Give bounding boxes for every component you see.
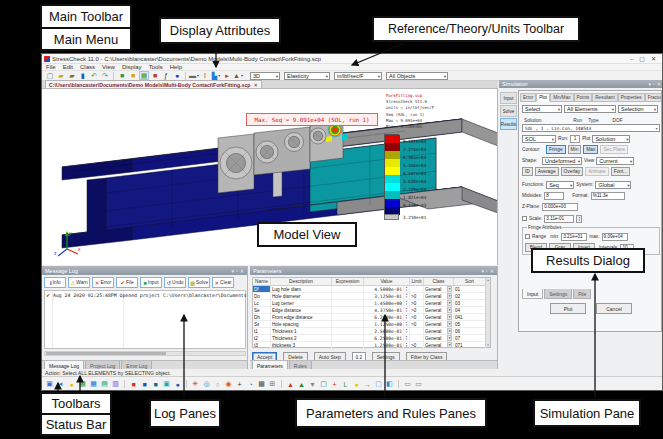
tab-plot[interactable]: Plot [536, 93, 550, 102]
dropdown-arrow-icon[interactable]: ▾ [447, 286, 452, 292]
rect-a-icon[interactable]: ▭ [403, 379, 412, 389]
spin-down-icon[interactable]: ▾ [406, 338, 407, 341]
tab-settings[interactable]: Settings [544, 289, 572, 299]
dropdown-arrow-icon[interactable]: ▾ [447, 321, 452, 327]
param-value-cell[interactable]: 4.5000e-01 [364, 286, 404, 292]
overlay-button[interactable]: Overlay [561, 167, 584, 176]
close-icon[interactable]: ✕ [651, 55, 656, 63]
tab-properties[interactable]: Properties [618, 93, 645, 102]
plot-button[interactable]: Plot [550, 303, 586, 314]
cyan-grid-icon[interactable]: ▣ [162, 379, 171, 389]
selection-combo[interactable]: Selection [618, 105, 658, 113]
pane-pin-icon[interactable]: ▫ [653, 81, 655, 87]
extract-tool-icon[interactable]: ▲▾ [233, 71, 243, 80]
param-limit-cell[interactable]: >0 [410, 300, 424, 306]
objects-icon[interactable]: ▦ [78, 379, 87, 389]
open-project-icon[interactable]: ▰ [56, 71, 66, 80]
param-value-cell[interactable]: 1.1250e+00 [364, 321, 404, 327]
pane-menu-icon[interactable]: ▾ [482, 268, 485, 274]
color-attr-icon[interactable]: ■ [150, 71, 160, 80]
solution-combo[interactable]: SOL , 1 , Lin.Con, 148543 [522, 124, 660, 132]
error-button[interactable]: ✕Error [92, 277, 114, 288]
range-max-input[interactable]: 9.09e+04 [602, 233, 628, 241]
dropdown-arrow-icon[interactable]: ▾ [447, 314, 452, 320]
param-limit-cell[interactable]: >0 [410, 314, 424, 320]
record-icon[interactable]: ● [172, 71, 182, 80]
tab-resultant[interactable]: Resultant [592, 93, 617, 102]
tab-input[interactable]: Input [522, 289, 543, 299]
menu-item-help[interactable]: Help [170, 64, 182, 70]
redo-icon[interactable]: ↷ [100, 71, 110, 80]
spin-down-icon[interactable]: ▾ [406, 345, 407, 348]
pane-close-icon[interactable]: ✕ [490, 268, 494, 274]
spin-down-icon[interactable]: ▾ [406, 303, 407, 306]
dropdown-arrow-icon[interactable]: ▾ [447, 335, 452, 341]
chart-tool-icon[interactable]: ▙▾ [211, 71, 221, 80]
pane-close-icon[interactable]: ✕ [657, 81, 661, 87]
minimize-icon[interactable]: – [630, 55, 633, 63]
param-class-cell[interactable]: General▾ [424, 293, 454, 299]
elasticity-dropdown[interactable]: Elasticity [284, 72, 330, 80]
menu-item-view[interactable]: View [102, 64, 115, 70]
param-name-cell[interactable]: t2 [253, 335, 271, 341]
parameter-row[interactable]: DhFront edge distance6.2500e-01▴▾>0Gener… [253, 314, 490, 321]
zoom-icon[interactable]: ◔ [246, 379, 255, 389]
column-header-limit[interactable]: Limit [410, 278, 424, 285]
tab-fracture[interactable]: Fracture [645, 93, 661, 102]
menu-item-class[interactable]: Class [80, 64, 95, 70]
param-desc-cell[interactable]: Thickness 2 [271, 335, 332, 341]
param-limit-cell[interactable] [410, 328, 424, 334]
horizontal-scrollbar[interactable] [44, 351, 246, 356]
simulation-titlebar[interactable]: Simulation ▾▫✕ [499, 80, 663, 88]
warn-button[interactable]: ⚠Warn [68, 277, 90, 288]
param-name-cell[interactable]: t3 [253, 342, 271, 348]
clear-button[interactable]: ✕Clear [212, 277, 234, 288]
param-sort-cell[interactable]: 05 [454, 321, 486, 327]
document-tab[interactable]: C:\Users\blancaster\Documents\Demo Model… [45, 80, 262, 88]
target-icon[interactable]: ◉ [224, 379, 233, 389]
param-expr-cell[interactable] [332, 328, 364, 334]
param-value-cell[interactable]: 2.5000e-01 [364, 328, 404, 334]
attr-cube-icon[interactable]: ■ [128, 71, 138, 80]
dropdown-arrow-icon[interactable]: ▾ [447, 342, 452, 348]
blue-box-icon[interactable]: ■ [140, 379, 149, 389]
all-elements-combo[interactable]: All Elements [564, 105, 616, 113]
new-file-icon[interactable]: ▢ [45, 71, 55, 80]
min-button[interactable]: Min [568, 145, 582, 154]
tab-min-max[interactable]: Min/Max [550, 93, 573, 102]
all-objects-dropdown[interactable]: All Objects [386, 72, 448, 80]
param-class-cell[interactable]: General▾ [424, 321, 454, 327]
cancel-button[interactable]: Cancel [596, 303, 632, 314]
param-name-cell[interactable]: Do [253, 293, 271, 299]
dropdown-arrow-icon[interactable]: ▾ [447, 328, 452, 334]
rosette-icon[interactable]: ✳ [191, 379, 200, 389]
section-tool-icon[interactable]: ▬▾ [189, 71, 199, 80]
param-name-cell[interactable]: Dh [253, 314, 271, 320]
average-button[interactable]: Average [535, 167, 559, 176]
globe-icon[interactable]: ● [173, 379, 182, 389]
param-desc-cell[interactable]: Hole spacing [271, 321, 332, 327]
scale-input[interactable]: 3.11e-01 [544, 215, 574, 223]
param-expr-cell[interactable] [332, 286, 364, 292]
param-value-cell[interactable]: 3.1250e-01 [364, 293, 404, 299]
param-class-cell[interactable]: General▾ [424, 335, 454, 341]
model-cube-icon[interactable]: ■ [117, 71, 127, 80]
edges-icon[interactable]: ▤ [100, 379, 109, 389]
param-class-cell[interactable]: General▾ [424, 307, 454, 313]
zplane-input[interactable]: 0.000e+00 [542, 203, 578, 211]
range-checkbox[interactable] [525, 234, 530, 239]
file-button[interactable]: ✔File [116, 277, 138, 288]
param-sort-cell[interactable]: 03 [454, 300, 486, 306]
frame-icon[interactable]: ▢ [319, 379, 328, 389]
font-button[interactable]: Font... [611, 167, 631, 176]
param-limit-cell[interactable]: >0 [410, 307, 424, 313]
spin-down-icon[interactable]: ▾ [406, 296, 407, 299]
menu-item-tools[interactable]: Tools [149, 64, 163, 70]
side-tab-results[interactable]: Results [500, 118, 517, 130]
parameter-row[interactable]: SeEdge distance4.3750e-01▴▾>0General▾04 [253, 307, 490, 314]
param-sort-cell[interactable]: 041 [454, 314, 486, 320]
scrollbar-thumb[interactable] [46, 352, 166, 355]
param-name-cell[interactable]: t1 [253, 328, 271, 334]
param-value-cell[interactable]: 6.2500e-01 [364, 335, 404, 341]
scale-spinner[interactable]: ▴▾ [576, 215, 582, 223]
